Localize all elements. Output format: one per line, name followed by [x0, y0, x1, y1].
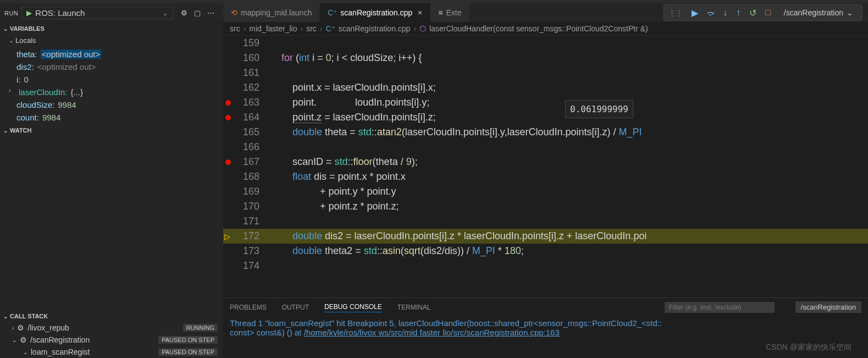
chevron-down-icon: ⌄: [3, 128, 8, 134]
play-icon: ▶: [26, 9, 32, 17]
tab-scanregistration[interactable]: C⁺ scanRegistration.cpp ×: [320, 3, 430, 22]
callstack-section[interactable]: ⌄ CALL STACK: [0, 311, 223, 322]
chevron-down-icon: ⌄: [12, 337, 16, 343]
line-number: 163: [223, 95, 270, 110]
line-number: 168: [223, 169, 270, 184]
tab-problems[interactable]: PROBLEMS: [230, 302, 267, 312]
line-number: 162: [223, 80, 270, 95]
gear-icon: ⚙: [17, 323, 24, 332]
callstack-scanregistration[interactable]: ⌄ ⚙ /scanRegistration PAUSED ON STEP: [0, 334, 223, 346]
restart-button[interactable]: ↺: [749, 8, 756, 18]
tab-terminal[interactable]: TERMINAL: [397, 302, 431, 312]
continue-button[interactable]: ▶: [692, 8, 698, 18]
chevron-down-icon: ⌄: [3, 26, 8, 32]
stop-button[interactable]: □: [765, 8, 771, 18]
chevron-down-icon: ⌄: [9, 37, 13, 43]
grip-icon[interactable]: ⋮⋮: [668, 9, 683, 17]
debug-sidebar: RUN ▶ ROS: Launch ⌄ ⚙ ▢ ⋯ ⌄ VARIABLES ⌄ …: [0, 3, 223, 358]
filter-input[interactable]: [665, 302, 775, 313]
chevron-right-icon: ›: [12, 325, 14, 331]
debug-console-session[interactable]: /scanRegistration: [795, 301, 861, 313]
line-number: 165: [223, 125, 270, 140]
step-out-button[interactable]: ↑: [736, 8, 740, 18]
line-number: 167: [223, 155, 270, 169]
chevron-down-icon: ⌄: [847, 8, 853, 17]
line-number: 171: [223, 214, 270, 229]
line-number: 161: [223, 65, 270, 80]
launch-config-name: ROS: Launch: [35, 8, 159, 18]
tab-mapping-mid[interactable]: ⟲ mapping_mid.launch: [223, 3, 320, 22]
breakpoint-icon[interactable]: [225, 159, 231, 165]
var-count[interactable]: count: 9984: [0, 111, 223, 124]
locals-scope[interactable]: ⌄ Locals: [0, 34, 223, 47]
cpp-file-icon: C⁺: [328, 8, 337, 17]
line-number: 169: [223, 184, 270, 199]
line-number: 170: [223, 199, 270, 214]
step-over-button[interactable]: ⤼: [707, 8, 714, 18]
close-icon[interactable]: ×: [418, 8, 422, 17]
breadcrumb[interactable]: src› mid_faster_lio› src› C⁺ scanRegistr…: [223, 22, 868, 36]
line-number: ▷172: [223, 229, 270, 244]
var-theta[interactable]: theta: <optimized out>: [0, 48, 223, 60]
var-i[interactable]: i: 0: [0, 73, 223, 86]
hover-tooltip: 0.061999999: [565, 100, 633, 118]
line-number: 159: [223, 36, 270, 51]
var-cloudsize[interactable]: cloudSize: 9984: [0, 98, 223, 111]
line-number: 174: [223, 258, 270, 273]
chevron-right-icon: ›: [9, 87, 15, 97]
variables-section[interactable]: ⌄ VARIABLES: [0, 23, 223, 34]
extensions-icon: ≡: [438, 8, 443, 17]
tab-output[interactable]: OUTPUT: [282, 302, 309, 312]
launch-config-select[interactable]: ▶ ROS: Launch ⌄: [21, 7, 173, 19]
tab-exte[interactable]: ≡ Exte: [430, 3, 469, 22]
line-number: 173: [223, 244, 270, 258]
status-badge: RUNNING: [183, 324, 218, 332]
var-dis2[interactable]: dis2: <optimized out>: [0, 60, 223, 73]
breakpoint-icon[interactable]: [225, 100, 231, 106]
more-icon[interactable]: ⋯: [207, 9, 214, 17]
debug-console-icon[interactable]: ▢: [194, 9, 201, 17]
debug-session-select[interactable]: /scanRegistration ⌄: [779, 7, 858, 18]
debug-toolbar: ⋮⋮ ▶ ⤼ ↓ ↑ ↺ □ /scanRegistration ⌄: [664, 4, 863, 21]
chevron-down-icon: ⌄: [23, 349, 27, 355]
current-line-icon: ▷: [224, 229, 230, 244]
editor-tabs: ⟲ mapping_mid.launch C⁺ scanRegistration…: [223, 3, 664, 22]
line-number: 160: [223, 51, 270, 65]
watch-section[interactable]: ⌄ WATCH: [0, 125, 223, 136]
gear-icon: ⚙: [20, 335, 27, 344]
chevron-down-icon: ⌄: [162, 9, 168, 17]
function-icon: ⬡: [419, 24, 426, 33]
chevron-down-icon: ⌄: [3, 313, 8, 320]
status-badge: PAUSED ON STEP: [158, 348, 218, 356]
tab-debug-console[interactable]: DEBUG CONSOLE: [324, 302, 382, 312]
watermark: CSDN @家家的快乐空间: [766, 343, 852, 353]
step-into-button[interactable]: ↓: [723, 8, 727, 18]
breakpoint-icon[interactable]: [225, 115, 231, 120]
line-number: 164: [223, 110, 270, 125]
var-lasercloudin[interactable]: › laserCloudIn: {...}: [0, 86, 223, 98]
line-number: 166: [223, 140, 270, 155]
gear-icon[interactable]: ⚙: [181, 9, 187, 17]
source-link[interactable]: /home/kyle/ros/livox ws/src/mid faster l…: [304, 328, 560, 337]
code-editor[interactable]: 0.061999999 159 160 for (int i = 0; i < …: [223, 36, 868, 298]
callstack-livox-repub[interactable]: › ⚙ /livox_repub RUNNING: [0, 322, 223, 334]
run-label: RUN: [4, 10, 18, 16]
callstack-loam-scanregist[interactable]: ⌄ loam_scanRegist PAUSED ON STEP: [0, 346, 223, 358]
status-badge: PAUSED ON STEP: [158, 336, 218, 344]
launch-file-icon: ⟲: [231, 8, 237, 17]
cpp-file-icon: C⁺: [326, 24, 335, 33]
